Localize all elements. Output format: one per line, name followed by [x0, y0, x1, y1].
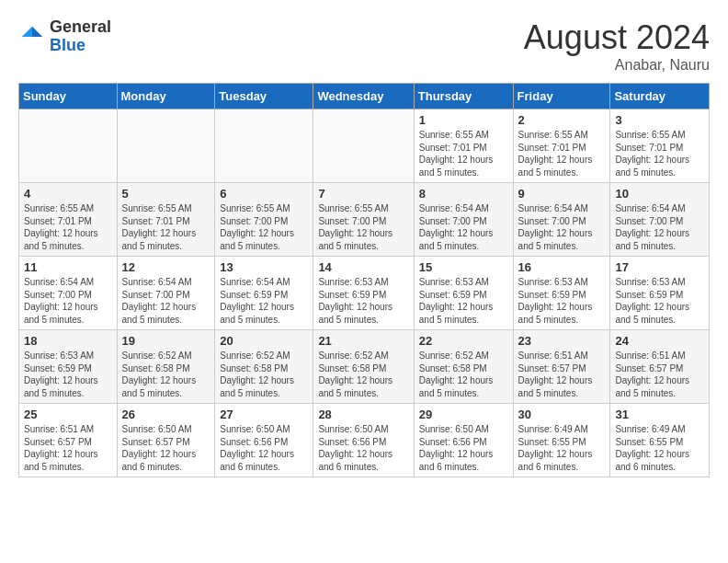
day-number: 4 [24, 187, 112, 201]
day-number: 1 [419, 113, 508, 127]
day-content: Sunrise: 6:54 AM Sunset: 7:00 PM Dayligh… [518, 202, 606, 252]
calendar-cell: 11Sunrise: 6:54 AM Sunset: 7:00 PM Dayli… [19, 257, 118, 330]
day-number: 13 [220, 260, 308, 274]
day-content: Sunrise: 6:52 AM Sunset: 6:58 PM Dayligh… [318, 350, 408, 399]
calendar-cell: 17Sunrise: 6:53 AM Sunset: 6:59 PM Dayli… [610, 257, 710, 330]
day-content: Sunrise: 6:52 AM Sunset: 6:58 PM Dayligh… [220, 350, 308, 399]
logo-general: General [50, 18, 111, 37]
day-number: 12 [122, 260, 210, 274]
day-content: Sunrise: 6:54 AM Sunset: 7:00 PM Dayligh… [615, 202, 704, 252]
day-number: 10 [615, 187, 704, 201]
day-content: Sunrise: 6:53 AM Sunset: 6:59 PM Dayligh… [419, 276, 508, 326]
svg-marker-1 [32, 27, 42, 37]
day-number: 6 [220, 187, 308, 201]
day-content: Sunrise: 6:53 AM Sunset: 6:59 PM Dayligh… [24, 350, 112, 399]
day-number: 21 [318, 334, 408, 348]
calendar-cell: 23Sunrise: 6:51 AM Sunset: 6:57 PM Dayli… [513, 330, 610, 404]
calendar-cell [117, 109, 215, 183]
day-number: 15 [419, 260, 508, 274]
calendar-cell: 30Sunrise: 6:49 AM Sunset: 6:55 PM Dayli… [513, 404, 610, 477]
calendar-week-row: 4Sunrise: 6:55 AM Sunset: 7:01 PM Daylig… [19, 183, 710, 257]
weekday-header: Thursday [414, 84, 513, 109]
svg-marker-2 [22, 27, 32, 37]
day-number: 20 [220, 334, 308, 348]
day-content: Sunrise: 6:55 AM Sunset: 7:01 PM Dayligh… [122, 202, 210, 252]
weekday-header-row: SundayMondayTuesdayWednesdayThursdayFrid… [19, 84, 710, 109]
logo: General Blue [18, 18, 111, 55]
day-number: 22 [419, 334, 508, 348]
calendar-cell: 27Sunrise: 6:50 AM Sunset: 6:56 PM Dayli… [215, 404, 313, 477]
location-subtitle: Anabar, Nauru [524, 57, 710, 74]
day-number: 27 [220, 408, 308, 421]
day-number: 25 [24, 408, 112, 421]
day-number: 31 [615, 408, 704, 421]
logo-icon [18, 23, 46, 51]
day-content: Sunrise: 6:55 AM Sunset: 7:00 PM Dayligh… [220, 202, 308, 252]
calendar-cell: 1Sunrise: 6:55 AM Sunset: 7:01 PM Daylig… [414, 109, 513, 183]
weekday-header: Wednesday [313, 84, 414, 109]
weekday-header: Sunday [19, 84, 118, 109]
calendar-cell: 25Sunrise: 6:51 AM Sunset: 6:57 PM Dayli… [19, 404, 118, 477]
day-content: Sunrise: 6:54 AM Sunset: 7:00 PM Dayligh… [419, 202, 508, 252]
calendar-cell: 29Sunrise: 6:50 AM Sunset: 6:56 PM Dayli… [414, 404, 513, 477]
day-content: Sunrise: 6:49 AM Sunset: 6:55 PM Dayligh… [615, 423, 704, 473]
day-number: 29 [419, 408, 508, 421]
day-number: 19 [122, 334, 210, 348]
day-content: Sunrise: 6:53 AM Sunset: 6:59 PM Dayligh… [518, 276, 606, 326]
day-number: 8 [419, 187, 508, 201]
calendar-table: SundayMondayTuesdayWednesdayThursdayFrid… [18, 83, 710, 477]
calendar-cell: 20Sunrise: 6:52 AM Sunset: 6:58 PM Dayli… [215, 330, 313, 404]
calendar-cell: 12Sunrise: 6:54 AM Sunset: 7:00 PM Dayli… [117, 257, 215, 330]
calendar-cell: 18Sunrise: 6:53 AM Sunset: 6:59 PM Dayli… [19, 330, 118, 404]
calendar-cell [215, 109, 313, 183]
logo-blue: Blue [50, 37, 111, 55]
day-content: Sunrise: 6:50 AM Sunset: 6:56 PM Dayligh… [318, 423, 408, 473]
calendar-cell: 13Sunrise: 6:54 AM Sunset: 6:59 PM Dayli… [215, 257, 313, 330]
day-number: 14 [318, 260, 408, 274]
calendar-cell: 2Sunrise: 6:55 AM Sunset: 7:01 PM Daylig… [513, 109, 610, 183]
calendar-cell: 26Sunrise: 6:50 AM Sunset: 6:57 PM Dayli… [117, 404, 215, 477]
day-content: Sunrise: 6:54 AM Sunset: 6:59 PM Dayligh… [220, 276, 308, 326]
day-number: 9 [518, 187, 606, 201]
day-content: Sunrise: 6:53 AM Sunset: 6:59 PM Dayligh… [615, 276, 704, 326]
calendar-cell: 19Sunrise: 6:52 AM Sunset: 6:58 PM Dayli… [117, 330, 215, 404]
day-content: Sunrise: 6:51 AM Sunset: 6:57 PM Dayligh… [518, 350, 606, 399]
day-content: Sunrise: 6:55 AM Sunset: 7:01 PM Dayligh… [24, 202, 112, 252]
calendar-cell: 7Sunrise: 6:55 AM Sunset: 7:00 PM Daylig… [313, 183, 414, 257]
day-content: Sunrise: 6:52 AM Sunset: 6:58 PM Dayligh… [122, 350, 210, 399]
calendar-week-row: 11Sunrise: 6:54 AM Sunset: 7:00 PM Dayli… [19, 257, 710, 330]
calendar-cell: 8Sunrise: 6:54 AM Sunset: 7:00 PM Daylig… [414, 183, 513, 257]
day-content: Sunrise: 6:52 AM Sunset: 6:58 PM Dayligh… [419, 350, 508, 399]
page-header: General Blue August 2024 Anabar, Nauru [18, 18, 710, 74]
day-content: Sunrise: 6:55 AM Sunset: 7:01 PM Dayligh… [518, 129, 606, 178]
calendar-cell: 22Sunrise: 6:52 AM Sunset: 6:58 PM Dayli… [414, 330, 513, 404]
day-content: Sunrise: 6:49 AM Sunset: 6:55 PM Dayligh… [518, 423, 606, 473]
calendar-cell: 21Sunrise: 6:52 AM Sunset: 6:58 PM Dayli… [313, 330, 414, 404]
day-number: 3 [615, 113, 704, 127]
day-content: Sunrise: 6:50 AM Sunset: 6:56 PM Dayligh… [220, 423, 308, 473]
calendar-week-row: 25Sunrise: 6:51 AM Sunset: 6:57 PM Dayli… [19, 404, 710, 477]
day-number: 7 [318, 187, 408, 201]
calendar-week-row: 1Sunrise: 6:55 AM Sunset: 7:01 PM Daylig… [19, 109, 710, 183]
day-number: 28 [318, 408, 408, 421]
day-content: Sunrise: 6:54 AM Sunset: 7:00 PM Dayligh… [24, 276, 112, 326]
calendar-cell: 4Sunrise: 6:55 AM Sunset: 7:01 PM Daylig… [19, 183, 118, 257]
weekday-header: Saturday [610, 84, 710, 109]
month-year-title: August 2024 [524, 18, 710, 57]
day-content: Sunrise: 6:54 AM Sunset: 7:00 PM Dayligh… [122, 276, 210, 326]
day-number: 17 [615, 260, 704, 274]
day-content: Sunrise: 6:53 AM Sunset: 6:59 PM Dayligh… [318, 276, 408, 326]
day-number: 23 [518, 334, 606, 348]
calendar-cell: 24Sunrise: 6:51 AM Sunset: 6:57 PM Dayli… [610, 330, 710, 404]
weekday-header: Monday [117, 84, 215, 109]
day-number: 18 [24, 334, 112, 348]
calendar-week-row: 18Sunrise: 6:53 AM Sunset: 6:59 PM Dayli… [19, 330, 710, 404]
calendar-cell: 15Sunrise: 6:53 AM Sunset: 6:59 PM Dayli… [414, 257, 513, 330]
day-content: Sunrise: 6:51 AM Sunset: 6:57 PM Dayligh… [24, 423, 112, 473]
calendar-cell [19, 109, 118, 183]
calendar-cell: 28Sunrise: 6:50 AM Sunset: 6:56 PM Dayli… [313, 404, 414, 477]
day-number: 16 [518, 260, 606, 274]
calendar-cell: 3Sunrise: 6:55 AM Sunset: 7:01 PM Daylig… [610, 109, 710, 183]
calendar-cell [313, 109, 414, 183]
day-number: 2 [518, 113, 606, 127]
